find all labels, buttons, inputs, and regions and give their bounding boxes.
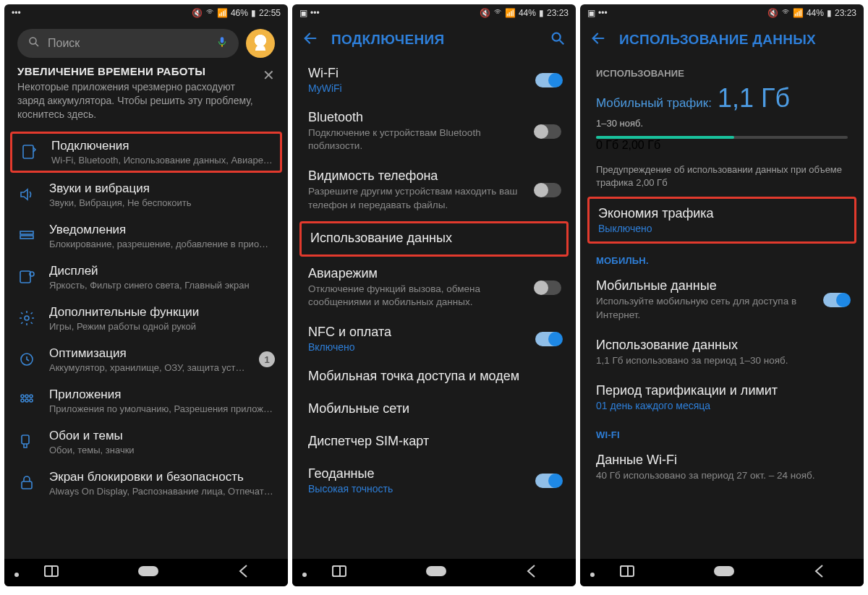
- svg-line-23: [560, 40, 564, 45]
- nav-recents-icon[interactable]: [620, 565, 634, 580]
- search-input[interactable]: Поиск: [17, 29, 239, 58]
- row-visibility[interactable]: Видимость телефона Разрешите другим устр…: [292, 160, 576, 219]
- traffic-value: 1,1 Гб: [718, 83, 790, 114]
- item-advanced[interactable]: Дополнительные функцииИгры, Режим работы…: [4, 298, 288, 339]
- more-icon: •••: [598, 8, 608, 18]
- toggle-mobile-data[interactable]: [823, 293, 849, 307]
- nav-home-icon[interactable]: [138, 566, 158, 579]
- svg-rect-29: [714, 566, 734, 576]
- highlight-data-usage: Использование данных: [299, 221, 569, 257]
- item-apps[interactable]: ПриложенияПриложения по умолчанию, Разре…: [4, 380, 288, 421]
- section-usage: ИСПОЛЬЗОВАНИЕ: [580, 58, 864, 83]
- svg-point-13: [30, 395, 33, 398]
- svg-point-14: [21, 399, 24, 402]
- search-icon: [27, 35, 41, 51]
- item-optimization[interactable]: ОптимизацияАккумулятор, хранилище, ОЗУ, …: [4, 339, 288, 380]
- nav-recents-icon[interactable]: [332, 565, 346, 580]
- mute-icon: 🔇: [767, 8, 778, 18]
- row-nfc[interactable]: NFC и оплата Включено: [292, 317, 576, 361]
- status-bar: ▣••• 🔇 📶 44% ▮ 23:23: [292, 4, 576, 22]
- battery-icon: ▮: [251, 8, 256, 18]
- nav-home-icon[interactable]: [714, 566, 734, 579]
- header: ПОДКЛЮЧЕНИЯ: [292, 22, 576, 58]
- row-airplane[interactable]: Авиарежим Отключение функций вызова, обм…: [292, 258, 576, 317]
- item-sounds[interactable]: Звуки и вибрацияЗвуки, Вибрация, Не бесп…: [4, 174, 288, 215]
- toggle-bluetooth[interactable]: [535, 124, 561, 139]
- display-icon: [17, 267, 36, 286]
- row-wifi[interactable]: Wi-Fi MyWiFi: [292, 58, 576, 102]
- item-notifications[interactable]: УведомленияБлокирование, разрешение, доб…: [4, 215, 288, 257]
- row-data-saver[interactable]: Экономия трафика Выключено: [590, 199, 854, 241]
- row-bluetooth[interactable]: Bluetooth Подключение к устройствам Blue…: [292, 102, 576, 160]
- usage-warning: Предупреждение об использовании данных п…: [580, 152, 864, 195]
- row-hotspot[interactable]: Мобильная точка доступа и модем: [292, 361, 576, 393]
- phone-connections: ▣••• 🔇 📶 44% ▮ 23:23 ПОДКЛЮЧЕНИЯ Wi-Fi M…: [292, 4, 576, 586]
- section-wifi: WI-FI: [580, 419, 864, 445]
- lock-icon: [17, 474, 36, 492]
- row-mobile-networks[interactable]: Мобильные сети: [292, 393, 576, 426]
- battery-notice[interactable]: УВЕЛИЧЕНИЕ ВРЕМЕНИ РАБОТЫ Некоторые прил…: [4, 65, 288, 130]
- search-placeholder: Поиск: [48, 37, 80, 50]
- item-connections[interactable]: Подключения Wi-Fi, Bluetooth, Использова…: [20, 139, 273, 166]
- svg-rect-28: [621, 566, 628, 576]
- svg-line-1: [35, 43, 38, 46]
- signal-icon: 📶: [217, 8, 228, 18]
- battery-text: 46%: [231, 8, 248, 18]
- screenshot-icon: ▣: [299, 8, 307, 18]
- svg-rect-5: [20, 231, 33, 234]
- svg-point-15: [25, 399, 28, 402]
- more-icon: •••: [310, 8, 320, 18]
- signal-icon: 📶: [793, 8, 804, 18]
- row-geo[interactable]: Геоданные Высокая точность: [292, 458, 576, 502]
- row-sim[interactable]: Диспетчер SIM-карт: [292, 426, 576, 458]
- svg-rect-21: [138, 566, 158, 576]
- sound-icon: [17, 185, 36, 204]
- nav-back-icon[interactable]: [814, 564, 824, 581]
- nav-back-icon[interactable]: [238, 564, 248, 581]
- toggle-nfc[interactable]: [535, 332, 561, 346]
- notice-title: УВЕЛИЧЕНИЕ ВРЕМЕНИ РАБОТЫ: [17, 65, 275, 77]
- svg-rect-18: [22, 481, 32, 489]
- toggle-visibility[interactable]: [535, 183, 561, 197]
- nav-bar: [4, 559, 288, 586]
- nav-back-icon[interactable]: [526, 564, 536, 581]
- phone-settings-main: ••• 🔇 📶 46% ▮ 22:55 Поиск УВЕЛИЧЕНИЕ ВРЕ…: [4, 4, 288, 586]
- item-lockscreen[interactable]: Экран блокировки и безопасностьAlways On…: [4, 463, 288, 504]
- notifications-icon: [17, 226, 36, 245]
- row-data-usage[interactable]: Использование данных: [302, 223, 566, 254]
- search-icon[interactable]: [550, 30, 566, 49]
- back-icon[interactable]: [302, 30, 318, 49]
- toggle-airplane[interactable]: [535, 281, 561, 295]
- item-wallpapers[interactable]: Обои и темыОбои, темы, значки: [4, 421, 288, 463]
- nav-home-icon[interactable]: [426, 566, 446, 579]
- svg-rect-25: [333, 566, 340, 576]
- apps-icon: [17, 391, 36, 410]
- item-display[interactable]: ДисплейЯркость, Фильтр синего света, Гла…: [4, 257, 288, 298]
- screenshot-icon: ▣: [587, 8, 595, 18]
- row-billing[interactable]: Период тарификации и лимит 01 день каждо…: [580, 375, 864, 419]
- mute-icon: 🔇: [192, 8, 203, 18]
- nav-recents-icon[interactable]: [44, 565, 59, 580]
- more-icon: •••: [12, 8, 21, 18]
- toggle-geo[interactable]: [535, 474, 561, 488]
- svg-point-16: [30, 399, 33, 402]
- back-icon[interactable]: [590, 30, 606, 49]
- status-bar: ••• 🔇 📶 46% ▮ 22:55: [4, 4, 288, 22]
- header: ИСПОЛЬЗОВАНИЕ ДАННЫХ: [580, 22, 864, 58]
- highlight-data-saver: Экономия трафика Выключено: [587, 197, 856, 244]
- row-wifi-data[interactable]: Данные Wi-Fi 40 Гб использовано за перио…: [580, 445, 864, 490]
- row-mobile-usage[interactable]: Использование данных 1,1 Гб использовано…: [580, 330, 864, 375]
- phone-data-usage: ▣••• 🔇 📶 44% ▮ 23:23 ИСПОЛЬЗОВАНИЕ ДАННЫ…: [580, 4, 864, 586]
- wifi-icon: [493, 8, 502, 19]
- svg-point-12: [25, 395, 28, 398]
- svg-point-11: [21, 395, 24, 398]
- close-icon[interactable]: ✕: [263, 67, 275, 84]
- traffic-label: Мобильный трафик:: [596, 96, 712, 111]
- avatar[interactable]: [246, 29, 275, 58]
- battery-icon: ▮: [827, 8, 832, 18]
- mic-icon[interactable]: [216, 35, 229, 51]
- svg-point-0: [30, 38, 36, 44]
- row-mobile-data[interactable]: Мобильные данные Используйте мобильную с…: [580, 270, 864, 329]
- toggle-wifi[interactable]: [535, 73, 561, 87]
- gear-icon: [17, 309, 36, 328]
